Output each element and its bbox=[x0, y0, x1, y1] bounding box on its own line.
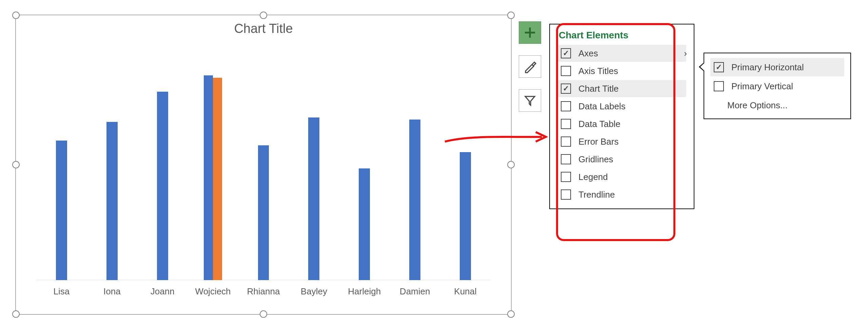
x-axis-label: Wojciech bbox=[188, 280, 238, 297]
chart-bar[interactable] bbox=[258, 145, 269, 280]
checkbox[interactable] bbox=[714, 62, 724, 72]
panel-title: Chart Elements bbox=[559, 30, 686, 41]
option-label: Primary Vertical bbox=[731, 81, 793, 92]
option-label: Axis Titles bbox=[578, 66, 618, 76]
chart-filters-button[interactable] bbox=[519, 89, 541, 112]
checkbox[interactable] bbox=[561, 172, 571, 182]
resize-handle[interactable] bbox=[260, 310, 267, 318]
axes-option[interactable]: Primary Vertical bbox=[710, 77, 844, 95]
option-label: Legend bbox=[578, 172, 608, 182]
x-axis-label: Harleigh bbox=[339, 280, 390, 297]
checkbox[interactable] bbox=[561, 66, 571, 76]
chart-element-option[interactable]: Gridlines› bbox=[557, 151, 686, 168]
chart-bar[interactable] bbox=[204, 75, 213, 280]
chart-title[interactable]: Chart Title bbox=[16, 21, 511, 36]
x-axis-label: Joann bbox=[137, 280, 188, 297]
chart-element-option[interactable]: Error Bars› bbox=[557, 133, 686, 150]
more-options-link[interactable]: More Options... bbox=[710, 96, 844, 114]
option-label: Trendline bbox=[578, 189, 615, 200]
chevron-right-icon: › bbox=[684, 48, 687, 59]
chart-element-option[interactable]: Trendline› bbox=[557, 186, 686, 203]
checkbox[interactable] bbox=[714, 81, 724, 91]
chart-bar[interactable] bbox=[157, 92, 168, 280]
checkbox[interactable] bbox=[561, 101, 571, 111]
chart-styles-button[interactable] bbox=[519, 55, 541, 78]
checkbox[interactable] bbox=[561, 48, 571, 58]
chart-elements-panel: Chart Elements Axes›Axis Titles›Chart Ti… bbox=[549, 24, 694, 209]
option-label: Data Labels bbox=[578, 101, 626, 112]
x-axis-label: Damien bbox=[390, 280, 440, 297]
option-label: Axes bbox=[578, 48, 598, 59]
chart-bar[interactable] bbox=[308, 117, 319, 280]
chart-element-option[interactable]: Axes› bbox=[557, 45, 686, 62]
option-label: Error Bars bbox=[578, 136, 618, 147]
chart-bar[interactable] bbox=[106, 122, 118, 280]
resize-handle[interactable] bbox=[507, 161, 515, 168]
x-axis-label: Iona bbox=[87, 280, 137, 297]
checkbox[interactable] bbox=[561, 189, 571, 200]
option-label: Data Table bbox=[578, 119, 620, 129]
x-axis-label: Rhianna bbox=[238, 280, 289, 297]
chart-bar[interactable] bbox=[213, 78, 222, 280]
resize-handle[interactable] bbox=[12, 161, 20, 168]
resize-handle[interactable] bbox=[12, 12, 20, 19]
chart-plot-area[interactable]: LisaIonaJoannWojciechRhiannaBayleyHarlei… bbox=[36, 48, 491, 280]
chart-element-option[interactable]: Axis Titles› bbox=[557, 62, 686, 79]
checkbox[interactable] bbox=[561, 154, 571, 164]
checkbox[interactable] bbox=[561, 136, 571, 147]
chart-object[interactable]: Chart Title LisaIonaJoannWojciechRhianna… bbox=[15, 15, 512, 315]
chart-bar[interactable] bbox=[56, 141, 67, 280]
chart-bars: LisaIonaJoannWojciechRhiannaBayleyHarlei… bbox=[36, 48, 491, 280]
chart-element-option[interactable]: Legend› bbox=[557, 168, 686, 185]
chart-bar[interactable] bbox=[460, 152, 471, 280]
chart-element-option[interactable]: Data Table› bbox=[557, 115, 686, 132]
chart-element-option[interactable]: Data Labels› bbox=[557, 98, 686, 115]
checkbox[interactable] bbox=[561, 119, 571, 129]
x-axis-label: Bayley bbox=[289, 280, 339, 297]
chart-element-option[interactable]: Chart Title› bbox=[557, 80, 686, 97]
option-label: Chart Title bbox=[578, 84, 619, 94]
checkbox[interactable] bbox=[561, 84, 571, 94]
resize-handle[interactable] bbox=[507, 12, 515, 19]
option-label: Gridlines bbox=[578, 154, 613, 165]
chart-bar[interactable] bbox=[359, 168, 370, 280]
chart-bar[interactable] bbox=[409, 120, 420, 280]
axes-submenu: Primary HorizontalPrimary Vertical More … bbox=[704, 53, 851, 119]
chart-elements-button[interactable] bbox=[519, 21, 541, 44]
resize-handle[interactable] bbox=[260, 12, 267, 19]
resize-handle[interactable] bbox=[12, 310, 20, 318]
option-label: Primary Horizontal bbox=[731, 62, 804, 73]
axes-option[interactable]: Primary Horizontal bbox=[710, 58, 844, 76]
x-axis-label: Kunal bbox=[440, 280, 491, 297]
resize-handle[interactable] bbox=[507, 310, 515, 318]
x-axis-label: Lisa bbox=[36, 280, 87, 297]
